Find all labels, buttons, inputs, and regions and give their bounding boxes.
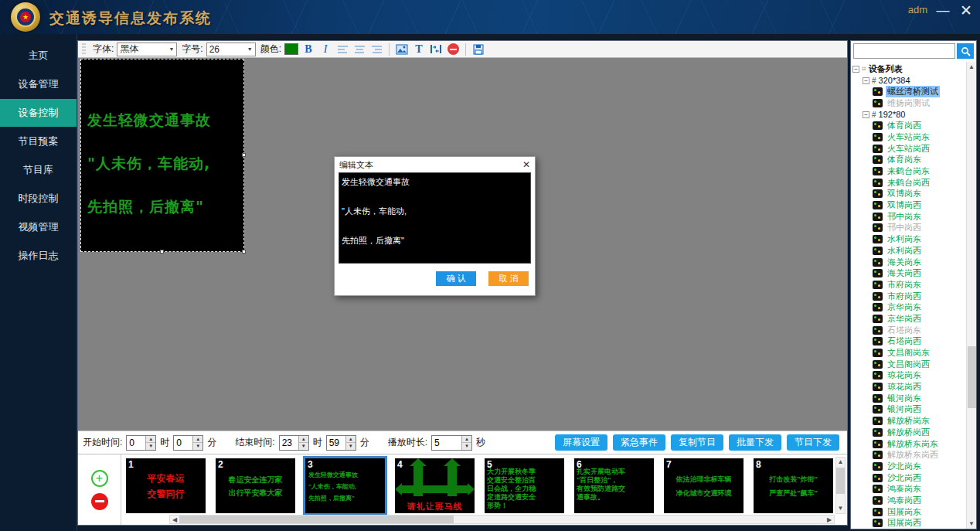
start-minute-stepper[interactable]: ▲▼ [173,435,203,451]
stop-button[interactable] [446,43,460,56]
resize-handle-bottom[interactable] [160,250,164,254]
cancel-button[interactable]: 取 消 [488,271,529,286]
align-left-button[interactable] [335,43,349,56]
device-tree-item[interactable]: 海关岗东 [852,257,966,268]
playlist-thumbnail[interactable]: 1平安春运交警同行 [126,458,206,513]
device-tree-item[interactable]: 邗中岗东 [852,211,966,223]
spin-down-icon[interactable]: ▼ [193,443,202,450]
device-tree-item[interactable]: 来鹤台岗西 [852,177,966,189]
device-tree-item[interactable]: 国展岗东 [852,506,966,518]
scroll-marquee-button[interactable] [429,43,443,56]
action-button[interactable]: 复制节目 [671,434,723,451]
sidebar-item[interactable]: 节目库 [0,156,77,184]
device-group[interactable]: −#192*80 [852,109,966,121]
device-tree-item[interactable]: 体育岗东 [852,155,966,166]
resize-handle-corner[interactable] [242,250,246,254]
device-tree-item[interactable]: 京华岗西 [852,313,966,325]
add-frame-button[interactable]: + [91,470,108,487]
search-button[interactable] [957,43,974,59]
vertical-scrollbar[interactable]: ▲ ▼ [966,62,976,529]
device-tree-item[interactable]: 体育岗西 [852,120,966,131]
spin-down-icon[interactable]: ▼ [146,443,155,450]
playlist-thumbnail[interactable]: 5大力开展秋冬季交通安全整治百日会战，全力稳定道路交通安全形势！ [485,458,564,513]
device-tree-item[interactable]: 邗中岗西 [852,223,966,234]
device-tree-item[interactable]: 石塔岗东 [852,325,966,336]
playlist-thumbnail[interactable]: 8打击改装"炸街"严查严处"飙车" [754,458,833,513]
device-tree-item[interactable]: 文昌阁岗西 [852,359,966,370]
device-tree-item[interactable]: 市府岗东 [852,279,966,291]
device-tree-item[interactable]: 双博岗东 [852,189,966,200]
scroll-up-icon[interactable]: ▲ [838,458,844,467]
vertical-scrollbar[interactable]: ▲ ▼ [835,457,846,514]
end-minute-input[interactable] [327,436,345,450]
device-tree-item[interactable]: 琼花岗西 [852,381,966,393]
search-input[interactable] [853,43,955,59]
device-tree-root[interactable]: −⌗设备列表 [852,63,966,75]
spin-down-icon[interactable]: ▼ [462,443,471,450]
start-minute-input[interactable] [174,436,192,450]
sidebar-item[interactable]: 主页 [0,42,77,70]
end-hour-input[interactable] [280,436,298,450]
collapse-icon[interactable]: − [863,111,869,118]
close-icon[interactable]: ✕ [522,159,530,170]
duration-input[interactable] [432,436,461,450]
sidebar-item[interactable]: 时段控制 [0,185,77,213]
collapse-icon[interactable]: − [852,66,859,73]
playlist-thumbnail[interactable]: 3发生轻微交通事故"人未伤，车能动,先拍照，后撤离" [305,458,385,513]
remove-frame-button[interactable] [91,493,108,510]
scrollbar-thumb[interactable] [179,516,454,523]
align-center-button[interactable] [352,43,366,56]
sidebar-item[interactable]: 操作日志 [0,242,77,270]
device-tree-item[interactable]: 鸿泰岗东 [852,483,966,495]
device-tree-item[interactable]: 石塔岗西 [852,336,966,348]
end-minute-stepper[interactable]: ▲▼ [326,435,356,451]
device-tree-item[interactable]: 文昌阁岗东 [852,347,966,359]
scrollbar-thumb[interactable] [968,346,976,408]
font-size-select[interactable]: 26 ▼ [206,43,256,56]
sidebar-item[interactable]: 设备管理 [0,70,77,98]
device-tree-item[interactable]: 解放桥东岗西 [852,449,966,461]
device-tree-item[interactable]: 解放桥东岗东 [852,438,966,450]
playlist-thumbnail[interactable]: 2春运安全连万家出行平安靠大家 [216,458,295,513]
scroll-left-icon[interactable]: ◀ [170,516,179,523]
align-right-button[interactable] [369,43,383,56]
action-button[interactable]: 节目下发 [787,434,839,451]
action-button[interactable]: 紧急事件 [613,434,665,451]
device-tree-item[interactable]: 琼花岗东 [852,370,966,382]
insert-text-button[interactable]: T [412,43,426,56]
save-button[interactable] [471,43,485,56]
device-tree-item[interactable]: 海关岗西 [852,267,966,279]
horizontal-scrollbar[interactable]: ◀ ▶ [169,515,835,524]
device-tree-item[interactable]: 维扬岗测试 [852,97,966,109]
spin-down-icon[interactable]: ▼ [299,443,308,450]
device-tree-item[interactable]: 水利岗西 [852,245,966,257]
sidebar-item[interactable]: 节目预案 [0,128,77,155]
sidebar-item[interactable]: 设备控制 [0,99,77,127]
scroll-right-icon[interactable]: ▶ [825,516,834,523]
minimize-icon[interactable]: — [934,3,952,20]
duration-stepper[interactable]: ▲▼ [431,435,472,451]
insert-image-button[interactable] [395,43,409,56]
device-tree-item[interactable]: 沙北岗东 [852,461,966,472]
device-tree-item[interactable]: 国展岗西 [852,518,966,529]
collapse-icon[interactable]: − [863,77,869,84]
start-hour-input[interactable] [127,436,145,450]
playlist-thumbnail[interactable]: 6扎实开展电动车"百日整治"，有效预防道路交通事故。 [574,458,654,513]
led-screen-preview[interactable]: 发生轻微交通事故"人未伤，车能动,先拍照，后撤离" [80,59,244,252]
spin-up-icon[interactable]: ▲ [146,436,155,444]
action-button[interactable]: 批量下发 [729,434,781,451]
device-tree-item[interactable]: 鸿泰岗西 [852,495,966,506]
color-swatch[interactable] [284,43,298,55]
device-tree-item[interactable]: 沙北岗西 [852,472,966,484]
device-tree-item[interactable]: 火车站岗西 [852,143,966,155]
device-tree-item[interactable]: 螺丝湾桥测试 [852,86,966,97]
spin-up-icon[interactable]: ▲ [462,436,471,444]
end-hour-stepper[interactable]: ▲▼ [279,435,309,451]
spin-up-icon[interactable]: ▲ [193,436,202,444]
scroll-down-icon[interactable]: ▼ [838,504,844,513]
device-tree-item[interactable]: 来鹤台岗东 [852,165,966,177]
start-hour-stepper[interactable]: ▲▼ [126,435,156,451]
confirm-button[interactable]: 确 认 [436,271,476,286]
edit-text-area[interactable]: 发生轻微交通事故 "人未伤，车能动, 先拍照，后撤离" [339,172,531,264]
scroll-up-icon[interactable]: ▲ [968,62,975,72]
